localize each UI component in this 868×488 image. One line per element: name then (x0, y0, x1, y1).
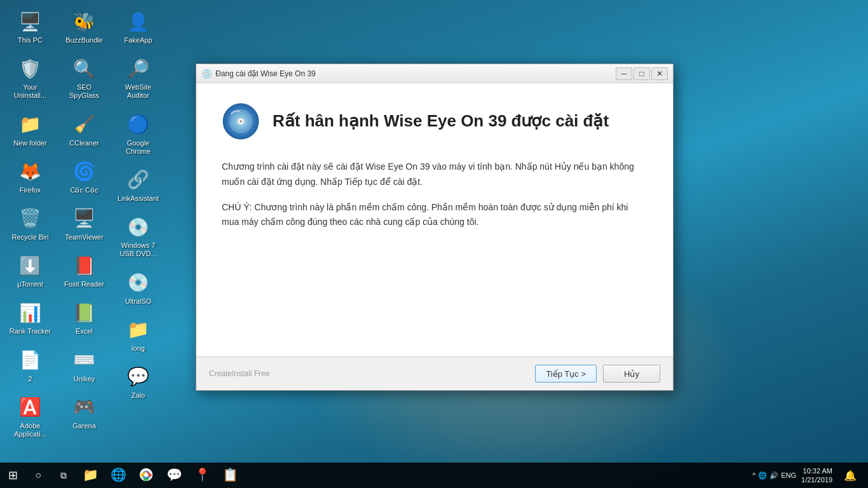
dialog-header-icon (222, 102, 260, 140)
dialog-title: Đang cài đặt Wise Eye On 39 (215, 69, 616, 78)
tray-network-icon[interactable]: 🌐 (758, 471, 767, 480)
tray-expand-button[interactable]: ^ (752, 471, 756, 479)
taskbar-app-chrome[interactable] (132, 463, 160, 488)
dialog-content: Rất hân hạnh Wise Eye On 39 được cài đặt… (196, 83, 673, 356)
taskbar-app-edge[interactable]: 🌐 (104, 463, 132, 488)
dialog-footer: CreateInstall Free Tiếp Tục > Hủy (196, 356, 673, 390)
taskbar-clock[interactable]: 10:32 AM 1/21/2019 (801, 466, 832, 485)
cancel-button[interactable]: Hủy (603, 365, 660, 383)
maximize-button[interactable]: □ (634, 67, 650, 80)
minimize-button[interactable]: ─ (616, 67, 632, 80)
tray-volume-icon[interactable]: 🔊 (770, 471, 778, 480)
dialog-body-para1: Chương trình cài đặt này sẽ cài đặt Wise… (222, 159, 648, 190)
dialog-body: Chương trình cài đặt này sẽ cài đặt Wise… (222, 159, 648, 230)
dialog-titlebar[interactable]: 💿 Đang cài đặt Wise Eye On 39 ─ □ ✕ (196, 64, 673, 83)
taskbar-app-location[interactable]: 📍 (188, 463, 216, 488)
close-button[interactable]: ✕ (651, 67, 668, 80)
taskbar-app-zalo[interactable]: 💬 (160, 463, 188, 488)
notification-button[interactable]: 🔔 (837, 463, 863, 488)
dialog-buttons: Tiếp Tục > Hủy (535, 365, 660, 383)
clock-date: 1/21/2019 (801, 475, 832, 484)
taskbar-right: ^ 🌐 🔊 ENG 10:32 AM 1/21/2019 🔔 (747, 463, 868, 488)
taskbar: ⊞ ○ ⧉ 📁 🌐 💬 📍 📋 ^ 🌐 🔊 ENG 10:32 AM (0, 463, 868, 488)
continue-button[interactable]: Tiếp Tục > (535, 365, 597, 383)
desktop: 🖥️ This PC 🛡️ Your Uninstall... 📁 New fo… (0, 0, 868, 488)
install-dialog: 💿 Đang cài đặt Wise Eye On 39 ─ □ ✕ (196, 64, 674, 391)
dialog-controls: ─ □ ✕ (616, 67, 668, 80)
taskbar-apps: 📁 🌐 💬 📍 📋 (76, 463, 747, 488)
svg-point-3 (240, 120, 242, 123)
taskbar-tray: ^ 🌐 🔊 ENG (752, 471, 796, 480)
dialog-app-icon: 💿 (201, 69, 212, 79)
task-view-button[interactable]: ⧉ (51, 463, 76, 488)
dialog-footer-label: CreateInstall Free (209, 369, 535, 378)
start-button[interactable]: ⊞ (0, 463, 25, 488)
dialog-overlay: 💿 Đang cài đặt Wise Eye On 39 ─ □ ✕ (0, 0, 868, 488)
taskbar-app-installer[interactable]: 📋 (216, 463, 244, 488)
dialog-header-title: Rất hân hạnh Wise Eye On 39 được cài đặt (273, 111, 609, 131)
dialog-header: Rất hân hạnh Wise Eye On 39 được cài đặt (222, 102, 648, 140)
search-button[interactable]: ○ (25, 463, 51, 488)
tray-lang[interactable]: ENG (781, 471, 796, 479)
dialog-body-para2: CHÚ Ý: Chương trình này là phần mềm chấm… (222, 200, 648, 231)
clock-time: 10:32 AM (801, 466, 832, 475)
taskbar-app-file-explorer[interactable]: 📁 (76, 463, 104, 488)
